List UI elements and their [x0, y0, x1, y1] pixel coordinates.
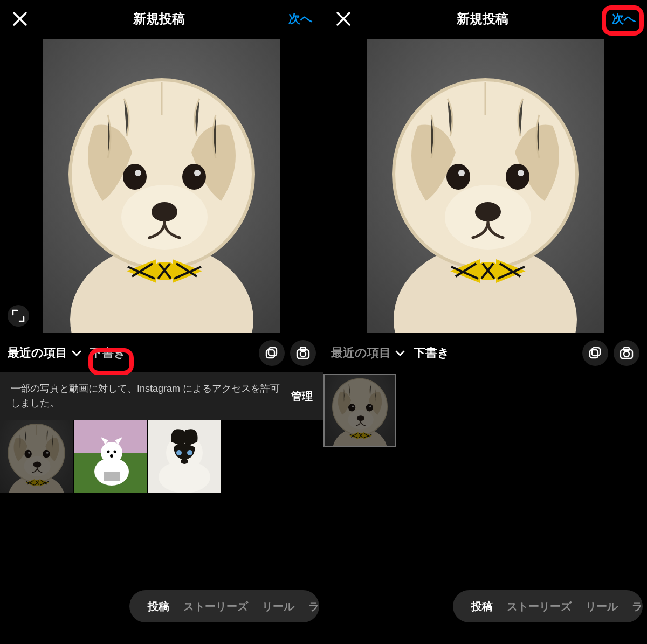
thumbnail[interactable]: [148, 420, 221, 493]
nav-live[interactable]: ラ: [308, 599, 319, 614]
drafts-tab[interactable]: 下書き: [414, 345, 450, 361]
expand-crop-button[interactable]: [8, 305, 29, 327]
permission-banner: 一部の写真と動画に対して、Instagram によるアクセスを許可しました。 管…: [0, 372, 324, 420]
expand-icon: [10, 308, 26, 324]
nav-stories[interactable]: ストーリーズ: [183, 599, 248, 614]
open-camera-button[interactable]: [290, 340, 316, 366]
chevron-down-icon: [394, 348, 406, 358]
nav-reel[interactable]: リール: [586, 599, 618, 614]
thumbnail-grid: [324, 372, 647, 447]
multi-select-icon: [264, 345, 280, 361]
album-label: 最近の項目: [8, 345, 67, 361]
close-button[interactable]: [334, 10, 353, 28]
nav-post[interactable]: 投稿: [471, 599, 493, 614]
right-pane: 新規投稿 次へ 最近の項目 下書き: [324, 0, 647, 644]
thumbnail-image: [148, 420, 221, 493]
preview-area: [0, 38, 324, 334]
multi-select-button[interactable]: [259, 340, 285, 366]
source-row: 最近の項目 下書き: [324, 334, 647, 372]
thumbnail-image: [325, 375, 395, 446]
compose-mode-nav: 投稿 ストーリーズ リール ラ: [453, 590, 643, 622]
nav-live[interactable]: ラ: [632, 599, 643, 614]
album-selector[interactable]: 最近の項目: [331, 345, 406, 361]
permission-manage-button[interactable]: 管理: [291, 389, 313, 404]
nav-reel[interactable]: リール: [262, 599, 294, 614]
album-label: 最近の項目: [331, 345, 391, 361]
nav-stories[interactable]: ストーリーズ: [507, 599, 572, 614]
compose-mode-nav: 投稿 ストーリーズ リール ラ: [129, 590, 319, 622]
thumbnail[interactable]: [74, 420, 147, 493]
header: 新規投稿 次へ: [0, 0, 324, 38]
page-title: 新規投稿: [133, 10, 185, 27]
left-pane: 新規投稿 次へ 最近の項目 下書き: [0, 0, 324, 644]
source-row: 最近の項目 下書き: [0, 334, 324, 372]
thumbnail[interactable]: [324, 374, 396, 447]
selected-photo[interactable]: [367, 39, 604, 333]
camera-icon: [618, 345, 635, 361]
thumbnail-image: [74, 420, 147, 493]
permission-message: 一部の写真と動画に対して、Instagram によるアクセスを許可しました。: [11, 382, 283, 411]
chevron-down-icon: [71, 348, 82, 358]
page-title: 新規投稿: [457, 10, 508, 27]
nav-post[interactable]: 投稿: [148, 599, 169, 614]
drafts-tab[interactable]: 下書き: [90, 345, 126, 361]
multi-select-button[interactable]: [582, 340, 608, 366]
header: 新規投稿 次へ: [324, 0, 647, 38]
next-button[interactable]: 次へ: [288, 11, 313, 27]
camera-icon: [295, 345, 311, 361]
close-button[interactable]: [11, 10, 29, 28]
preview-area: [324, 38, 647, 334]
close-icon: [335, 11, 352, 27]
side-by-side-container: 新規投稿 次へ 最近の項目 下書き: [0, 0, 647, 644]
next-button[interactable]: 次へ: [612, 11, 636, 27]
multi-select-icon: [587, 345, 603, 361]
thumbnail-grid: [0, 420, 324, 493]
open-camera-button[interactable]: [614, 340, 639, 366]
album-selector[interactable]: 最近の項目: [8, 345, 82, 361]
thumbnail[interactable]: [0, 420, 73, 493]
close-icon: [12, 11, 28, 27]
selected-photo[interactable]: [43, 39, 280, 333]
thumbnail-image: [0, 420, 73, 493]
